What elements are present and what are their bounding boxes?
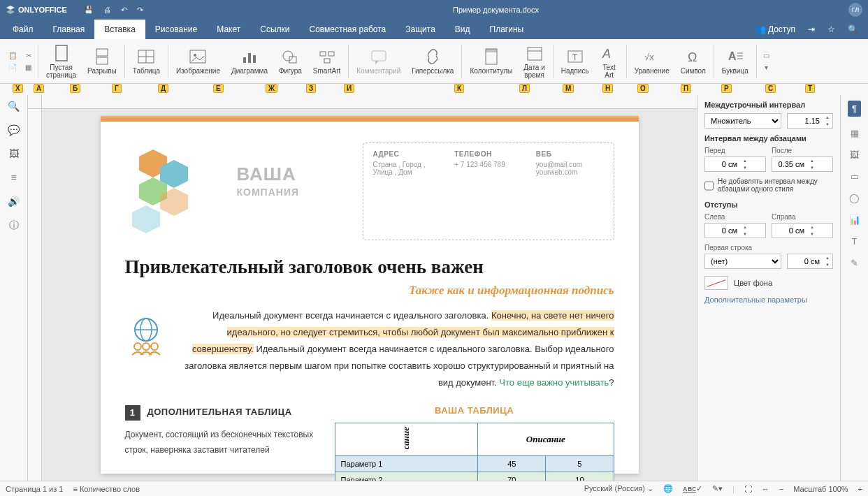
blank-page-button[interactable]: Пустая страница xyxy=(41,39,82,84)
line-spacing-value-spinner[interactable]: ▲▼ xyxy=(787,113,833,129)
spacing-before-spinner[interactable]: ▲▼ xyxy=(704,156,766,172)
indent-left-spinner[interactable]: ▲▼ xyxy=(704,223,766,238)
menu-references[interactable]: Ссылки xyxy=(250,20,299,39)
menu-home[interactable]: Главная xyxy=(43,20,95,39)
user-avatar[interactable]: ГЛ xyxy=(848,3,862,17)
svg-rect-12 xyxy=(253,55,256,63)
controls-dropdown-icon[interactable]: ▾ xyxy=(765,64,768,71)
menu-draw[interactable]: Рисование xyxy=(145,20,207,39)
dropcap-button[interactable]: A Буквица xyxy=(716,39,754,84)
navigation-icon[interactable]: 🖼 xyxy=(9,148,19,159)
menu-collaboration[interactable]: Совместная работа xyxy=(299,20,396,39)
keytip: Н xyxy=(602,84,613,93)
header-tab-icon[interactable]: ▭ xyxy=(851,171,859,182)
menu-plugins[interactable]: Плагины xyxy=(480,20,534,39)
page-indicator[interactable]: Страница 1 из 1 xyxy=(6,485,63,493)
favorite-icon[interactable]: ☆ xyxy=(827,24,835,34)
open-location-icon[interactable]: ⇥ xyxy=(808,24,815,34)
svg-marker-0 xyxy=(6,6,15,10)
fit-width-icon[interactable]: ↔ xyxy=(762,485,769,493)
language-selector[interactable]: Русский (Россия) ⌄ xyxy=(584,484,653,493)
keytip: М xyxy=(563,84,574,93)
select-all-icon[interactable]: ▦ xyxy=(25,64,31,71)
menu-protection[interactable]: Защита xyxy=(396,20,445,39)
print-icon[interactable]: 🖨 xyxy=(103,6,111,15)
document-page[interactable]: ВАША КОМПАНИЯ АДРЕС Страна , Город , Ули… xyxy=(101,116,639,474)
breaks-button[interactable]: Разрывы xyxy=(82,39,122,84)
no-space-same-style-checkbox[interactable]: Не добавлять интервал между абзацами одн… xyxy=(704,177,833,194)
svg-rect-17 xyxy=(324,59,330,63)
fit-page-icon[interactable]: ⛶ xyxy=(744,485,752,493)
spellcheck-icon[interactable]: 🌐 xyxy=(663,484,673,493)
shape-button[interactable]: Фигура xyxy=(273,39,308,84)
vertical-ruler[interactable] xyxy=(28,109,42,481)
symbol-button[interactable]: Ω Символ xyxy=(675,39,711,84)
menu-file[interactable]: Файл xyxy=(3,20,43,39)
controls-icon[interactable]: ▭ xyxy=(763,52,769,59)
bg-color-chip[interactable] xyxy=(704,276,728,290)
track-changes-icon[interactable]: ✎▾ xyxy=(712,484,723,493)
smartart-button[interactable]: SmartArt xyxy=(308,39,346,84)
redo-icon[interactable]: ↷ xyxy=(137,6,143,15)
ruler-corner xyxy=(28,95,42,109)
advanced-settings-link[interactable]: Дополнительные параметры xyxy=(704,296,833,304)
page-scroll[interactable]: ВАША КОМПАНИЯ АДРЕС Страна , Город , Ули… xyxy=(42,109,697,481)
signature-tab-icon[interactable]: ✎ xyxy=(851,258,858,268)
svg-marker-19 xyxy=(375,61,379,64)
svg-rect-4 xyxy=(96,57,108,64)
hyperlink-button[interactable]: Гиперссылка xyxy=(406,39,459,84)
keytip: Б xyxy=(70,84,80,93)
globe-people-icon xyxy=(125,314,167,356)
feedback-icon[interactable]: 🔊 xyxy=(8,196,20,207)
comment-icon xyxy=(370,48,388,66)
save-icon[interactable]: 💾 xyxy=(84,6,94,15)
first-line-mode-select[interactable]: (нет) xyxy=(704,254,781,269)
image-tab-icon[interactable]: 🖼 xyxy=(850,149,859,160)
line-spacing-mode-select[interactable]: Множитель xyxy=(704,113,781,129)
menu-view[interactable]: Вид xyxy=(445,20,480,39)
textart-button[interactable]: A Text Art xyxy=(595,39,624,84)
comments-icon[interactable]: 💬 xyxy=(8,124,20,136)
find-icon[interactable]: 🔍 xyxy=(8,101,20,112)
svg-rect-21 xyxy=(486,49,497,52)
textbox-button[interactable]: T Надпись xyxy=(556,39,595,84)
word-count[interactable]: ≡ Количество слов xyxy=(73,485,140,493)
chart-button[interactable]: Диаграмма xyxy=(226,39,273,84)
zoom-level[interactable]: Масштаб 100% xyxy=(793,485,848,493)
paragraph-tab-icon[interactable]: ¶ xyxy=(848,101,861,117)
zoom-out-icon[interactable]: − xyxy=(779,485,783,493)
zoom-in-icon[interactable]: + xyxy=(858,485,862,493)
share-button[interactable]: 👥 Доступ xyxy=(755,24,795,34)
quick-access-toolbar: 💾 🖨 ↶ ↷ xyxy=(84,6,143,15)
headers-button[interactable]: Колонтитулы xyxy=(464,39,518,84)
headings-icon[interactable]: ≡ xyxy=(10,172,16,183)
table-tab-icon[interactable]: ▦ xyxy=(851,128,859,138)
menu-insert[interactable]: Вставка xyxy=(94,20,145,39)
copy-icon[interactable]: 📋 xyxy=(8,52,17,59)
svg-marker-37 xyxy=(132,205,160,233)
table-title: ВАША ТАБЛИЦА xyxy=(335,405,614,416)
cut-icon[interactable]: ✂ xyxy=(26,52,31,59)
panel-section-title: Междустрочный интервал xyxy=(704,101,833,109)
spellcheck-toggle-icon[interactable]: ᴀʙᴄ✓ xyxy=(683,484,702,493)
search-icon[interactable]: 🔍 xyxy=(848,24,858,34)
keytip: Е xyxy=(213,84,224,93)
menu-layout[interactable]: Макет xyxy=(207,20,250,39)
indent-right-spinner[interactable]: ▲▼ xyxy=(772,223,833,238)
shape-tab-icon[interactable]: ◯ xyxy=(849,193,860,203)
section-number-badge: 1 xyxy=(125,405,140,421)
equation-button[interactable]: √x Уравнение xyxy=(629,39,675,84)
chart-tab-icon[interactable]: 📊 xyxy=(849,214,860,225)
textart-tab-icon[interactable]: T xyxy=(852,236,858,247)
paste-icon[interactable]: 📄 xyxy=(8,64,17,71)
horizontal-ruler[interactable] xyxy=(42,95,697,109)
table-button[interactable]: Таблица xyxy=(127,39,166,84)
first-line-value-spinner[interactable]: ▲▼ xyxy=(787,254,833,269)
image-button[interactable]: Изображение xyxy=(171,39,226,84)
breaks-icon xyxy=(94,48,110,66)
spacing-after-spinner[interactable]: ▲▼ xyxy=(772,156,833,172)
datetime-button[interactable]: Дата и время xyxy=(518,39,551,84)
undo-icon[interactable]: ↶ xyxy=(121,6,127,15)
doc-paragraph: Идеальный документ всегда начинается с и… xyxy=(125,307,614,391)
about-icon[interactable]: ⓘ xyxy=(9,219,19,232)
